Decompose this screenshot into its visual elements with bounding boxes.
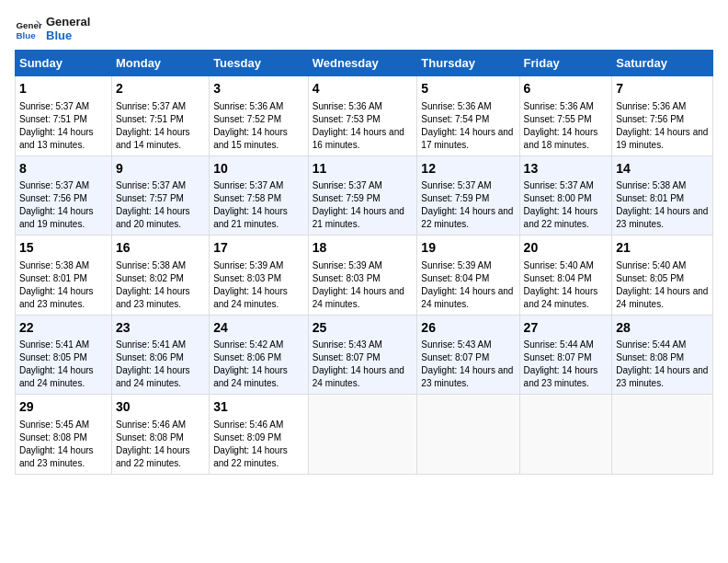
sunrise-text: Sunrise: 5:38 AM xyxy=(616,180,686,190)
sunrise-text: Sunrise: 5:37 AM xyxy=(313,180,382,190)
sunrise-text: Sunrise: 5:37 AM xyxy=(213,180,283,190)
svg-text:Blue: Blue xyxy=(17,30,37,40)
daylight-text: Daylight: 14 hours and 24 minutes. xyxy=(213,365,288,388)
sunrise-text: Sunrise: 5:42 AM xyxy=(213,339,283,350)
calendar-cell: 23Sunrise: 5:41 AMSunset: 8:06 PMDayligh… xyxy=(111,315,209,395)
calendar-cell: 30Sunrise: 5:46 AMSunset: 8:08 PMDayligh… xyxy=(111,395,209,475)
day-number: 28 xyxy=(616,319,709,338)
sunset-text: Sunset: 7:59 PM xyxy=(313,193,381,203)
calendar-cell: 11Sunrise: 5:37 AMSunset: 7:59 PMDayligh… xyxy=(308,155,417,236)
weekday-header-tuesday: Tuesday xyxy=(210,51,309,76)
sunrise-text: Sunrise: 5:36 AM xyxy=(524,101,594,111)
daylight-text: Daylight: 14 hours and 16 minutes. xyxy=(313,127,404,150)
sunset-text: Sunset: 8:01 PM xyxy=(19,273,87,283)
daylight-text: Daylight: 14 hours and 22 minutes. xyxy=(213,445,288,468)
day-number: 14 xyxy=(616,160,709,178)
sunrise-text: Sunrise: 5:38 AM xyxy=(19,260,89,270)
day-number: 10 xyxy=(213,160,304,178)
sunrise-text: Sunrise: 5:37 AM xyxy=(116,101,186,111)
calendar-cell: 13Sunrise: 5:37 AMSunset: 8:00 PMDayligh… xyxy=(519,155,612,236)
sunrise-text: Sunrise: 5:46 AM xyxy=(213,419,283,430)
daylight-text: Daylight: 14 hours and 21 minutes. xyxy=(213,206,288,229)
calendar-cell xyxy=(519,395,612,475)
calendar-cell: 28Sunrise: 5:44 AMSunset: 8:08 PMDayligh… xyxy=(612,315,713,395)
logo: General Blue General Blue xyxy=(15,15,90,42)
calendar-cell: 18Sunrise: 5:39 AMSunset: 8:03 PMDayligh… xyxy=(308,236,417,316)
sunset-text: Sunset: 7:57 PM xyxy=(116,193,184,203)
daylight-text: Daylight: 14 hours and 22 minutes. xyxy=(421,206,513,229)
sunrise-text: Sunrise: 5:37 AM xyxy=(19,101,89,111)
sunset-text: Sunset: 8:07 PM xyxy=(313,352,381,362)
calendar-week-row: 22Sunrise: 5:41 AMSunset: 8:05 PMDayligh… xyxy=(16,315,713,395)
day-number: 2 xyxy=(116,80,205,98)
calendar-cell: 16Sunrise: 5:38 AMSunset: 8:02 PMDayligh… xyxy=(111,236,209,316)
sunset-text: Sunset: 7:55 PM xyxy=(524,114,592,124)
day-number: 16 xyxy=(116,239,205,258)
weekday-header-wednesday: Wednesday xyxy=(308,51,417,76)
daylight-text: Daylight: 14 hours and 14 minutes. xyxy=(116,127,190,150)
sunrise-text: Sunrise: 5:39 AM xyxy=(213,260,283,270)
day-number: 23 xyxy=(116,319,205,338)
daylight-text: Daylight: 14 hours and 18 minutes. xyxy=(524,127,598,150)
calendar-cell: 29Sunrise: 5:45 AMSunset: 8:08 PMDayligh… xyxy=(16,395,112,475)
calendar-cell: 24Sunrise: 5:42 AMSunset: 8:06 PMDayligh… xyxy=(210,315,309,395)
day-number: 20 xyxy=(524,239,609,258)
calendar-cell: 9Sunrise: 5:37 AMSunset: 7:57 PMDaylight… xyxy=(111,155,209,236)
sunset-text: Sunset: 8:01 PM xyxy=(616,193,684,203)
daylight-text: Daylight: 14 hours and 24 minutes. xyxy=(213,286,288,309)
calendar-cell: 20Sunrise: 5:40 AMSunset: 8:04 PMDayligh… xyxy=(519,236,612,316)
daylight-text: Daylight: 14 hours and 22 minutes. xyxy=(524,206,598,229)
sunrise-text: Sunrise: 5:43 AM xyxy=(313,339,382,350)
sunset-text: Sunset: 8:06 PM xyxy=(213,352,281,362)
weekday-header-monday: Monday xyxy=(111,51,209,76)
sunset-text: Sunset: 8:07 PM xyxy=(524,352,592,362)
daylight-text: Daylight: 14 hours and 23 minutes. xyxy=(421,365,513,388)
sunset-text: Sunset: 7:51 PM xyxy=(116,114,184,124)
day-number: 17 xyxy=(213,239,304,258)
sunset-text: Sunset: 8:07 PM xyxy=(421,352,489,362)
daylight-text: Daylight: 14 hours and 17 minutes. xyxy=(421,127,513,150)
weekday-header-friday: Friday xyxy=(519,51,612,76)
calendar-cell: 21Sunrise: 5:40 AMSunset: 8:05 PMDayligh… xyxy=(612,236,713,316)
daylight-text: Daylight: 14 hours and 23 minutes. xyxy=(616,206,708,229)
sunrise-text: Sunrise: 5:44 AM xyxy=(616,339,686,350)
calendar-cell: 2Sunrise: 5:37 AMSunset: 7:51 PMDaylight… xyxy=(111,76,209,156)
daylight-text: Daylight: 14 hours and 19 minutes. xyxy=(19,206,94,229)
calendar-cell: 31Sunrise: 5:46 AMSunset: 8:09 PMDayligh… xyxy=(210,395,309,475)
calendar-cell: 5Sunrise: 5:36 AMSunset: 7:54 PMDaylight… xyxy=(417,76,519,156)
calendar-cell: 6Sunrise: 5:36 AMSunset: 7:55 PMDaylight… xyxy=(519,76,612,156)
sunset-text: Sunset: 8:04 PM xyxy=(524,273,592,283)
day-number: 26 xyxy=(421,319,515,338)
sunset-text: Sunset: 7:52 PM xyxy=(213,114,281,124)
daylight-text: Daylight: 14 hours and 21 minutes. xyxy=(313,206,404,229)
daylight-text: Daylight: 14 hours and 19 minutes. xyxy=(616,127,708,150)
sunrise-text: Sunrise: 5:39 AM xyxy=(421,260,491,270)
daylight-text: Daylight: 14 hours and 24 minutes. xyxy=(616,286,708,309)
sunrise-text: Sunrise: 5:41 AM xyxy=(19,339,89,350)
day-number: 18 xyxy=(313,239,414,258)
weekday-header-row: SundayMondayTuesdayWednesdayThursdayFrid… xyxy=(16,51,713,76)
sunset-text: Sunset: 7:58 PM xyxy=(213,193,281,203)
day-number: 30 xyxy=(116,398,205,417)
sunset-text: Sunset: 7:53 PM xyxy=(313,114,381,124)
calendar-week-row: 29Sunrise: 5:45 AMSunset: 8:08 PMDayligh… xyxy=(16,395,713,475)
daylight-text: Daylight: 14 hours and 22 minutes. xyxy=(116,445,190,468)
sunset-text: Sunset: 8:08 PM xyxy=(616,352,684,362)
daylight-text: Daylight: 14 hours and 23 minutes. xyxy=(19,445,94,468)
calendar-cell: 26Sunrise: 5:43 AMSunset: 8:07 PMDayligh… xyxy=(417,315,519,395)
sunset-text: Sunset: 8:03 PM xyxy=(313,273,381,283)
day-number: 21 xyxy=(616,239,709,258)
sunrise-text: Sunrise: 5:39 AM xyxy=(313,260,382,270)
day-number: 29 xyxy=(19,398,108,417)
day-number: 4 xyxy=(313,80,414,98)
day-number: 5 xyxy=(421,80,515,98)
daylight-text: Daylight: 14 hours and 23 minutes. xyxy=(116,286,190,309)
calendar-cell: 27Sunrise: 5:44 AMSunset: 8:07 PMDayligh… xyxy=(519,315,612,395)
sunrise-text: Sunrise: 5:37 AM xyxy=(421,180,491,190)
sunset-text: Sunset: 8:04 PM xyxy=(421,273,489,283)
sunrise-text: Sunrise: 5:40 AM xyxy=(524,260,594,270)
calendar-cell: 1Sunrise: 5:37 AMSunset: 7:51 PMDaylight… xyxy=(16,76,112,156)
daylight-text: Daylight: 14 hours and 24 minutes. xyxy=(313,286,404,309)
calendar-cell: 15Sunrise: 5:38 AMSunset: 8:01 PMDayligh… xyxy=(16,236,112,316)
day-number: 3 xyxy=(213,80,304,98)
